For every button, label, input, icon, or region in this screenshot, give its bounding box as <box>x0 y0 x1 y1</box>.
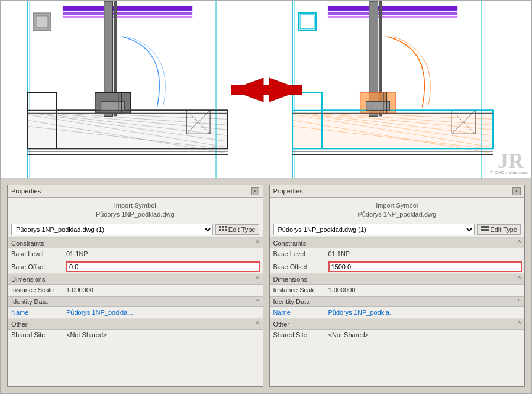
svg-rect-3 <box>63 6 192 11</box>
svg-rect-78 <box>481 226 483 228</box>
left-panel-close[interactable]: × <box>251 187 259 195</box>
right-shared-site-row: Shared Site <Not Shared> <box>270 330 525 341</box>
left-name-row: Name Půdorys 1NP_podkla... <box>8 307 263 319</box>
right-base-offset-label: Base Offset <box>270 263 326 271</box>
svg-rect-80 <box>486 226 489 228</box>
cad-svg-left <box>1 1 266 178</box>
right-name-label: Name <box>270 308 326 317</box>
svg-rect-81 <box>481 229 483 231</box>
svg-rect-74 <box>225 226 227 228</box>
svg-rect-4 <box>63 12 192 15</box>
left-base-offset-label: Base Offset <box>8 263 64 271</box>
right-edit-type-label: Edit Type <box>490 226 517 233</box>
left-shared-site-value: <Not Shared> <box>64 331 263 339</box>
right-base-level-label: Base Level <box>270 250 326 258</box>
right-panel-title: Properties <box>273 188 303 195</box>
svg-rect-77 <box>225 229 227 231</box>
left-base-offset-input[interactable] <box>66 261 260 272</box>
right-name-row: Name Půdorys 1NP_podkla... <box>270 307 525 319</box>
right-subtitle-line2: Půdorys 1NP_podklad.dwg <box>357 211 436 218</box>
right-panel-close[interactable]: × <box>512 187 521 195</box>
svg-rect-69 <box>366 101 390 110</box>
left-edit-type-label: Edit Type <box>228 226 256 233</box>
right-name-value: Půdorys 1NP_podkla... <box>326 308 525 317</box>
right-instance-scale-label: Instance Scale <box>270 286 326 294</box>
svg-rect-40 <box>328 6 457 11</box>
left-panel-dropdown[interactable]: Půdorys 1NP_podklad.dwg (1) <box>11 224 213 235</box>
right-identity-chevron: ^ <box>518 298 521 305</box>
right-properties-panel: Properties × Import Symbol Půdorys 1NP_p… <box>269 185 525 387</box>
right-panel-titlebar: Properties × <box>270 185 525 198</box>
right-other-header: Other ^ <box>270 319 525 330</box>
left-base-level-label: Base Level <box>8 250 64 258</box>
right-edit-type-icon <box>481 226 489 233</box>
svg-rect-42 <box>328 16 457 18</box>
left-constraints-label: Constraints <box>11 240 44 247</box>
left-shared-site-label: Shared Site <box>8 331 64 339</box>
svg-rect-41 <box>328 12 457 15</box>
right-instance-scale-row: Instance Scale 1.000000 <box>270 285 525 296</box>
drawing-right: JR © CAD-notes.com <box>266 1 531 178</box>
left-identity-header: Identity Data ^ <box>8 296 263 307</box>
right-other-label: Other <box>273 321 290 328</box>
right-panel-subtitle: Import Symbol Půdorys 1NP_podklad.dwg <box>270 198 525 222</box>
left-shared-site-row: Shared Site <Not Shared> <box>8 330 263 341</box>
left-dropdown-row: Půdorys 1NP_podklad.dwg (1) Edit Type <box>8 222 263 238</box>
right-constraints-label: Constraints <box>273 240 307 247</box>
panels-area: Properties × Import Symbol Půdorys 1NP_p… <box>1 179 531 393</box>
drawing-left <box>1 1 266 178</box>
left-base-level-row: Base Level 01.1NP <box>8 248 263 260</box>
left-constraints-header: Constraints ^ <box>8 238 263 248</box>
left-constraints-chevron: ^ <box>256 240 259 246</box>
right-subtitle-line1: Import Symbol <box>376 202 418 209</box>
svg-rect-73 <box>222 226 224 228</box>
left-properties-panel: Properties × Import Symbol Půdorys 1NP_p… <box>7 185 263 387</box>
left-edit-type-button[interactable]: Edit Type <box>215 224 259 235</box>
svg-rect-72 <box>219 226 221 228</box>
left-name-value: Půdorys 1NP_podkla... <box>64 308 263 317</box>
right-identity-header: Identity Data ^ <box>270 296 525 307</box>
left-edit-type-icon <box>219 226 227 233</box>
right-base-offset-row: Base Offset <box>270 260 525 274</box>
left-dimensions-header: Dimensions ^ <box>8 274 263 285</box>
right-dimensions-label: Dimensions <box>273 276 307 283</box>
left-identity-chevron: ^ <box>256 298 259 305</box>
left-instance-scale-row: Instance Scale 1.000000 <box>8 285 263 296</box>
svg-rect-83 <box>486 229 489 231</box>
left-instance-scale-label: Instance Scale <box>8 286 64 294</box>
right-base-offset-input[interactable] <box>328 261 523 272</box>
right-dimensions-header: Dimensions ^ <box>270 274 525 285</box>
left-dimensions-label: Dimensions <box>11 276 45 283</box>
left-identity-label: Identity Data <box>11 298 48 305</box>
right-constraints-header: Constraints ^ <box>270 238 525 248</box>
left-subtitle-line2: Půdorys 1NP_podklad.dwg <box>96 211 175 218</box>
left-panel-titlebar: Properties × <box>8 185 263 198</box>
right-base-level-value: 01.1NP <box>326 250 525 258</box>
right-dropdown-row: Půdorys 1NP_podklad.dwg (1) Edit Type <box>270 222 525 238</box>
right-panel-dropdown[interactable]: Půdorys 1NP_podklad.dwg (1) <box>273 224 475 235</box>
left-base-offset-row: Base Offset <box>8 260 263 274</box>
left-subtitle-line1: Import Symbol <box>114 202 156 209</box>
copyright-text: © CAD-notes.com <box>489 170 528 175</box>
right-base-level-row: Base Level 01.1NP <box>270 248 525 260</box>
left-panel-title: Properties <box>11 188 41 195</box>
left-dimensions-chevron: ^ <box>256 276 259 282</box>
right-identity-label: Identity Data <box>273 298 310 305</box>
svg-rect-5 <box>63 16 192 18</box>
svg-rect-75 <box>219 229 221 231</box>
right-edit-type-button[interactable]: Edit Type <box>477 224 521 235</box>
left-instance-scale-value: 1.000000 <box>64 286 263 294</box>
left-panel-subtitle: Import Symbol Půdorys 1NP_podklad.dwg <box>8 198 263 222</box>
svg-rect-79 <box>483 226 486 228</box>
right-shared-site-label: Shared Site <box>270 331 326 339</box>
left-name-label: Name <box>8 308 64 317</box>
right-constraints-chevron: ^ <box>518 240 521 246</box>
cad-svg-right <box>266 1 531 178</box>
right-instance-scale-value: 1.000000 <box>326 286 525 294</box>
right-shared-site-value: <Not Shared> <box>326 331 525 339</box>
svg-rect-32 <box>101 101 125 110</box>
svg-rect-82 <box>483 229 486 231</box>
svg-rect-76 <box>222 229 224 231</box>
left-other-label: Other <box>11 321 28 328</box>
right-dimensions-chevron: ^ <box>518 276 521 282</box>
